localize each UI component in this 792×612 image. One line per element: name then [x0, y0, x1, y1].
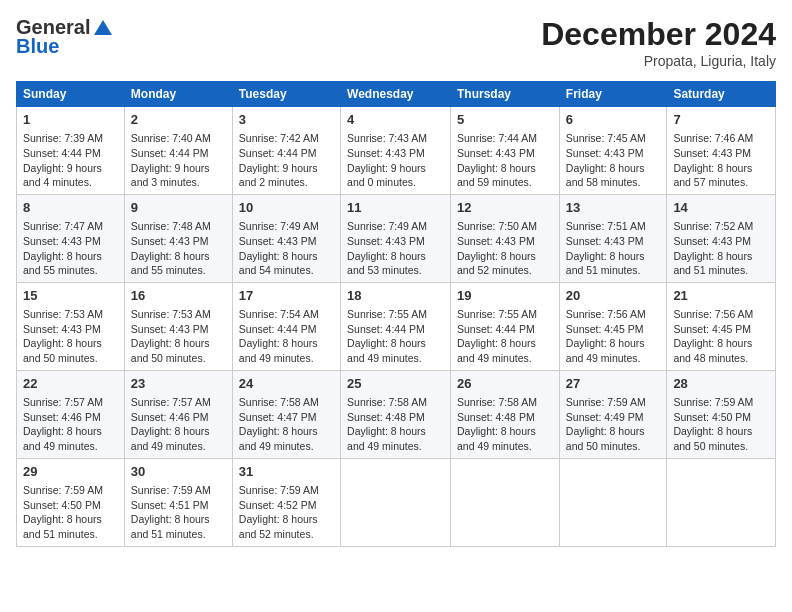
- calendar-cell: 4Sunrise: 7:43 AMSunset: 4:43 PMDaylight…: [341, 107, 451, 195]
- sunset-text: Sunset: 4:52 PM: [239, 499, 317, 511]
- sunrise-text: Sunrise: 7:53 AM: [131, 308, 211, 320]
- day-number: 1: [23, 111, 118, 129]
- sunset-text: Sunset: 4:46 PM: [131, 411, 209, 423]
- daylight-text: Daylight: 9 hours and 4 minutes.: [23, 162, 102, 189]
- column-header-saturday: Saturday: [667, 82, 776, 107]
- day-number: 23: [131, 375, 226, 393]
- daylight-text: Daylight: 8 hours and 55 minutes.: [23, 250, 102, 277]
- daylight-text: Daylight: 8 hours and 57 minutes.: [673, 162, 752, 189]
- sunset-text: Sunset: 4:49 PM: [566, 411, 644, 423]
- sunset-text: Sunset: 4:43 PM: [131, 235, 209, 247]
- logo-blue: Blue: [16, 35, 59, 58]
- day-number: 16: [131, 287, 226, 305]
- sunset-text: Sunset: 4:44 PM: [239, 147, 317, 159]
- calendar-cell: 19Sunrise: 7:55 AMSunset: 4:44 PMDayligh…: [451, 282, 560, 370]
- day-number: 15: [23, 287, 118, 305]
- day-number: 10: [239, 199, 334, 217]
- daylight-text: Daylight: 8 hours and 58 minutes.: [566, 162, 645, 189]
- calendar-body: 1Sunrise: 7:39 AMSunset: 4:44 PMDaylight…: [17, 107, 776, 547]
- calendar-week-row: 1Sunrise: 7:39 AMSunset: 4:44 PMDaylight…: [17, 107, 776, 195]
- daylight-text: Daylight: 8 hours and 51 minutes.: [131, 513, 210, 540]
- calendar-cell: 29Sunrise: 7:59 AMSunset: 4:50 PMDayligh…: [17, 458, 125, 546]
- calendar-week-row: 8Sunrise: 7:47 AMSunset: 4:43 PMDaylight…: [17, 194, 776, 282]
- calendar-cell: 16Sunrise: 7:53 AMSunset: 4:43 PMDayligh…: [124, 282, 232, 370]
- sunrise-text: Sunrise: 7:59 AM: [239, 484, 319, 496]
- daylight-text: Daylight: 8 hours and 50 minutes.: [673, 425, 752, 452]
- daylight-text: Daylight: 8 hours and 55 minutes.: [131, 250, 210, 277]
- daylight-text: Daylight: 9 hours and 0 minutes.: [347, 162, 426, 189]
- calendar-cell: 21Sunrise: 7:56 AMSunset: 4:45 PMDayligh…: [667, 282, 776, 370]
- sunrise-text: Sunrise: 7:50 AM: [457, 220, 537, 232]
- daylight-text: Daylight: 8 hours and 52 minutes.: [239, 513, 318, 540]
- calendar-cell: 14Sunrise: 7:52 AMSunset: 4:43 PMDayligh…: [667, 194, 776, 282]
- sunrise-text: Sunrise: 7:46 AM: [673, 132, 753, 144]
- day-number: 4: [347, 111, 444, 129]
- sunrise-text: Sunrise: 7:51 AM: [566, 220, 646, 232]
- calendar-cell: 2Sunrise: 7:40 AMSunset: 4:44 PMDaylight…: [124, 107, 232, 195]
- sunset-text: Sunset: 4:43 PM: [23, 323, 101, 335]
- calendar-table: SundayMondayTuesdayWednesdayThursdayFrid…: [16, 81, 776, 547]
- calendar-cell: 17Sunrise: 7:54 AMSunset: 4:44 PMDayligh…: [232, 282, 340, 370]
- daylight-text: Daylight: 8 hours and 50 minutes.: [23, 337, 102, 364]
- sunrise-text: Sunrise: 7:52 AM: [673, 220, 753, 232]
- calendar-cell: 27Sunrise: 7:59 AMSunset: 4:49 PMDayligh…: [559, 370, 667, 458]
- daylight-text: Daylight: 8 hours and 49 minutes.: [23, 425, 102, 452]
- day-number: 31: [239, 463, 334, 481]
- daylight-text: Daylight: 8 hours and 49 minutes.: [457, 337, 536, 364]
- day-number: 11: [347, 199, 444, 217]
- calendar-cell: 15Sunrise: 7:53 AMSunset: 4:43 PMDayligh…: [17, 282, 125, 370]
- calendar-week-row: 15Sunrise: 7:53 AMSunset: 4:43 PMDayligh…: [17, 282, 776, 370]
- day-number: 19: [457, 287, 553, 305]
- calendar-cell: 8Sunrise: 7:47 AMSunset: 4:43 PMDaylight…: [17, 194, 125, 282]
- daylight-text: Daylight: 9 hours and 3 minutes.: [131, 162, 210, 189]
- calendar-header-row: SundayMondayTuesdayWednesdayThursdayFrid…: [17, 82, 776, 107]
- calendar-cell: 1Sunrise: 7:39 AMSunset: 4:44 PMDaylight…: [17, 107, 125, 195]
- daylight-text: Daylight: 8 hours and 49 minutes.: [457, 425, 536, 452]
- sunrise-text: Sunrise: 7:58 AM: [347, 396, 427, 408]
- day-number: 5: [457, 111, 553, 129]
- calendar-cell: 13Sunrise: 7:51 AMSunset: 4:43 PMDayligh…: [559, 194, 667, 282]
- svg-marker-0: [94, 20, 112, 35]
- calendar-cell: [341, 458, 451, 546]
- sunrise-text: Sunrise: 7:39 AM: [23, 132, 103, 144]
- daylight-text: Daylight: 8 hours and 54 minutes.: [239, 250, 318, 277]
- sunrise-text: Sunrise: 7:45 AM: [566, 132, 646, 144]
- calendar-cell: 12Sunrise: 7:50 AMSunset: 4:43 PMDayligh…: [451, 194, 560, 282]
- day-number: 8: [23, 199, 118, 217]
- daylight-text: Daylight: 8 hours and 49 minutes.: [566, 337, 645, 364]
- day-number: 13: [566, 199, 661, 217]
- sunset-text: Sunset: 4:43 PM: [347, 235, 425, 247]
- sunrise-text: Sunrise: 7:47 AM: [23, 220, 103, 232]
- sunset-text: Sunset: 4:44 PM: [239, 323, 317, 335]
- daylight-text: Daylight: 8 hours and 51 minutes.: [566, 250, 645, 277]
- day-number: 9: [131, 199, 226, 217]
- calendar-cell: 30Sunrise: 7:59 AMSunset: 4:51 PMDayligh…: [124, 458, 232, 546]
- sunrise-text: Sunrise: 7:48 AM: [131, 220, 211, 232]
- sunset-text: Sunset: 4:50 PM: [673, 411, 751, 423]
- day-number: 3: [239, 111, 334, 129]
- column-header-monday: Monday: [124, 82, 232, 107]
- sunset-text: Sunset: 4:43 PM: [23, 235, 101, 247]
- sunrise-text: Sunrise: 7:49 AM: [347, 220, 427, 232]
- sunset-text: Sunset: 4:43 PM: [673, 235, 751, 247]
- sunrise-text: Sunrise: 7:58 AM: [457, 396, 537, 408]
- sunset-text: Sunset: 4:43 PM: [457, 147, 535, 159]
- daylight-text: Daylight: 8 hours and 53 minutes.: [347, 250, 426, 277]
- daylight-text: Daylight: 8 hours and 49 minutes.: [347, 337, 426, 364]
- sunrise-text: Sunrise: 7:56 AM: [566, 308, 646, 320]
- daylight-text: Daylight: 8 hours and 49 minutes.: [239, 425, 318, 452]
- day-number: 28: [673, 375, 769, 393]
- sunrise-text: Sunrise: 7:59 AM: [131, 484, 211, 496]
- day-number: 14: [673, 199, 769, 217]
- calendar-cell: 24Sunrise: 7:58 AMSunset: 4:47 PMDayligh…: [232, 370, 340, 458]
- page-header: General Blue December 2024 Propata, Ligu…: [16, 16, 776, 69]
- daylight-text: Daylight: 8 hours and 50 minutes.: [566, 425, 645, 452]
- calendar-cell: 25Sunrise: 7:58 AMSunset: 4:48 PMDayligh…: [341, 370, 451, 458]
- daylight-text: Daylight: 9 hours and 2 minutes.: [239, 162, 318, 189]
- calendar-cell: [559, 458, 667, 546]
- title-block: December 2024 Propata, Liguria, Italy: [541, 16, 776, 69]
- calendar-cell: 22Sunrise: 7:57 AMSunset: 4:46 PMDayligh…: [17, 370, 125, 458]
- sunset-text: Sunset: 4:43 PM: [566, 147, 644, 159]
- logo: General Blue: [16, 16, 114, 58]
- calendar-cell: 9Sunrise: 7:48 AMSunset: 4:43 PMDaylight…: [124, 194, 232, 282]
